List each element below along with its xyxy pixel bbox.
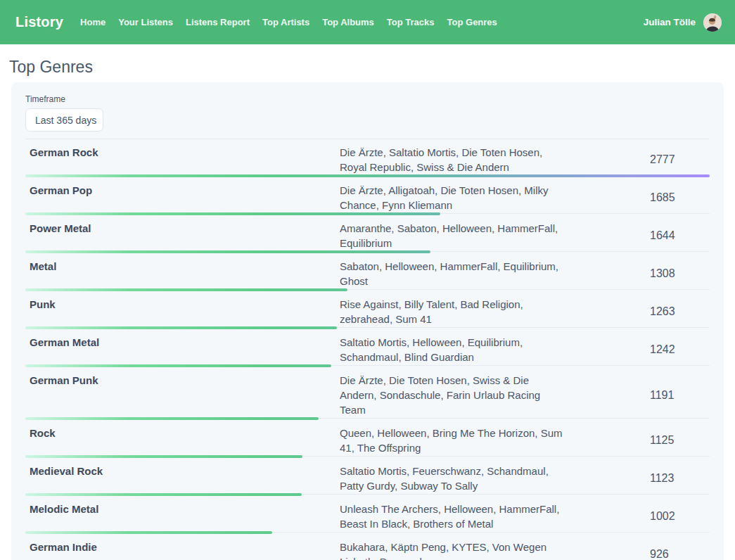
genre-artists: Die Ärzte, Saltatio Mortis, Die Toten Ho… bbox=[340, 145, 563, 174]
genre-artists: Amaranthe, Sabaton, Helloween, HammerFal… bbox=[340, 221, 563, 250]
genre-artists: Unleash The Archers, Helloween, HammerFa… bbox=[340, 502, 563, 531]
genre-bar bbox=[25, 417, 319, 420]
genre-bar-track bbox=[25, 174, 710, 177]
genre-artists: Die Ärzte, Die Toten Hosen, Swiss & Die … bbox=[340, 373, 563, 417]
genre-row-content: German PopDie Ärzte, Alligatoah, Die Tot… bbox=[25, 177, 710, 212]
genre-count: 1308 bbox=[650, 267, 675, 280]
genre-count: 1263 bbox=[650, 305, 675, 318]
genre-row-content: Power MetalAmaranthe, Sabaton, Helloween… bbox=[25, 215, 710, 250]
genre-count: 1644 bbox=[650, 229, 675, 242]
nav-item-top-albums[interactable]: Top Albums bbox=[322, 17, 374, 27]
genre-name: German Indie bbox=[25, 540, 340, 554]
genre-bar-track bbox=[25, 493, 710, 496]
genre-count: 1685 bbox=[650, 191, 675, 204]
genre-count: 1242 bbox=[650, 343, 675, 356]
genre-bar-track bbox=[25, 212, 710, 215]
genre-row-content: PunkRise Against, Billy Talent, Bad Reli… bbox=[25, 291, 710, 326]
genres-table: German RockDie Ärzte, Saltatio Mortis, D… bbox=[25, 139, 710, 560]
genre-row: RockQueen, Helloween, Bring Me The Horiz… bbox=[25, 420, 710, 458]
timeframe-label: Timeframe bbox=[25, 94, 710, 104]
genre-bar bbox=[25, 174, 710, 177]
genre-row: Power MetalAmaranthe, Sabaton, Helloween… bbox=[25, 215, 710, 253]
genre-bar-track bbox=[25, 250, 710, 253]
genre-row: MetalSabaton, Helloween, HammerFall, Equ… bbox=[25, 253, 710, 291]
genre-name: German Rock bbox=[25, 145, 340, 160]
genre-count: 1123 bbox=[650, 472, 674, 485]
user-avatar-icon[interactable] bbox=[703, 13, 722, 32]
genre-name: Punk bbox=[25, 297, 340, 312]
genre-row-content: German PunkDie Ärzte, Die Toten Hosen, S… bbox=[25, 367, 710, 417]
genre-bar-track bbox=[25, 288, 710, 291]
genre-count: 926 bbox=[650, 548, 669, 560]
genre-count: 1191 bbox=[650, 389, 674, 402]
genre-row-content: Melodic MetalUnleash The Archers, Hellow… bbox=[25, 496, 710, 531]
nav-item-top-artists[interactable]: Top Artists bbox=[262, 17, 309, 27]
genre-bar bbox=[25, 326, 337, 329]
genre-artists: Saltatio Mortis, Feuerschwanz, Schandmau… bbox=[340, 464, 563, 493]
app-logo[interactable]: Listory bbox=[15, 14, 63, 30]
genre-name: Rock bbox=[25, 426, 340, 440]
genre-row-content: MetalSabaton, Helloween, HammerFall, Equ… bbox=[25, 253, 710, 288]
genre-bar bbox=[25, 288, 347, 291]
genre-name: German Pop bbox=[25, 183, 340, 198]
main-nav: HomeYour ListensListens ReportTop Artist… bbox=[80, 17, 644, 27]
genre-row-content: RockQueen, Helloween, Bring Me The Horiz… bbox=[25, 420, 710, 455]
genre-bar bbox=[25, 455, 302, 458]
genre-bar bbox=[25, 250, 430, 253]
genre-bar-track bbox=[25, 417, 710, 420]
genre-row-content: German IndieBukahara, Käptn Peng, KYTES,… bbox=[25, 534, 710, 560]
genre-row: German PopDie Ärzte, Alligatoah, Die Tot… bbox=[25, 177, 710, 215]
genre-row: German PunkDie Ärzte, Die Toten Hosen, S… bbox=[25, 367, 710, 420]
genre-bar bbox=[25, 364, 331, 367]
top-genres-card: Timeframe Last 365 days German RockDie Ä… bbox=[11, 82, 724, 560]
genre-name: Power Metal bbox=[25, 221, 340, 236]
genre-artists: Queen, Helloween, Bring Me The Horizon, … bbox=[340, 426, 563, 455]
nav-item-home[interactable]: Home bbox=[80, 17, 106, 27]
genre-artists: Bukahara, Käptn Peng, KYTES, Von Wegen L… bbox=[340, 540, 563, 560]
genre-name: German Punk bbox=[25, 373, 340, 388]
nav-item-listens-report[interactable]: Listens Report bbox=[186, 17, 250, 27]
user-name[interactable]: Julian Tölle bbox=[644, 17, 696, 27]
genre-row-content: German MetalSaltatio Mortis, Helloween, … bbox=[25, 329, 710, 364]
genre-bar bbox=[25, 212, 440, 215]
app-header: Listory HomeYour ListensListens ReportTo… bbox=[0, 0, 735, 44]
genre-artists: Rise Against, Billy Talent, Bad Religion… bbox=[340, 297, 563, 326]
genre-bar bbox=[25, 493, 302, 496]
timeframe-select[interactable]: Last 365 days bbox=[25, 108, 103, 132]
genre-row: German MetalSaltatio Mortis, Helloween, … bbox=[25, 329, 710, 367]
user-area: Julian Tölle bbox=[644, 13, 722, 32]
nav-item-top-genres[interactable]: Top Genres bbox=[447, 17, 497, 27]
genre-row: German RockDie Ärzte, Saltatio Mortis, D… bbox=[25, 139, 710, 177]
genre-row: PunkRise Against, Billy Talent, Bad Reli… bbox=[25, 291, 710, 329]
genre-name: German Metal bbox=[25, 335, 340, 350]
genre-row: German IndieBukahara, Käptn Peng, KYTES,… bbox=[25, 534, 710, 560]
genre-bar-track bbox=[25, 364, 710, 367]
genre-artists: Die Ärzte, Alligatoah, Die Toten Hosen, … bbox=[340, 183, 563, 212]
genre-bar-track bbox=[25, 326, 710, 329]
genre-name: Melodic Metal bbox=[25, 502, 340, 516]
genre-count: 2777 bbox=[650, 153, 675, 166]
genre-count: 1125 bbox=[650, 434, 674, 447]
genre-row-content: Medieval RockSaltatio Mortis, Feuerschwa… bbox=[25, 458, 710, 493]
genre-bar-track bbox=[25, 455, 710, 458]
genre-artists: Sabaton, Helloween, HammerFall, Equilibr… bbox=[340, 259, 563, 288]
genre-row: Medieval RockSaltatio Mortis, Feuerschwa… bbox=[25, 458, 710, 496]
genre-name: Metal bbox=[25, 259, 340, 274]
genre-bar-track bbox=[25, 531, 710, 534]
nav-item-top-tracks[interactable]: Top Tracks bbox=[387, 17, 435, 27]
genre-row: Melodic MetalUnleash The Archers, Hellow… bbox=[25, 496, 710, 534]
nav-item-your-listens[interactable]: Your Listens bbox=[118, 17, 173, 27]
genre-row-content: German RockDie Ärzte, Saltatio Mortis, D… bbox=[25, 139, 710, 174]
genre-bar bbox=[25, 531, 272, 534]
genre-artists: Saltatio Mortis, Helloween, Equilibrium,… bbox=[340, 335, 563, 364]
main-content: Top Genres Timeframe Last 365 days Germa… bbox=[0, 58, 735, 560]
genre-name: Medieval Rock bbox=[25, 464, 340, 478]
genre-count: 1002 bbox=[650, 510, 675, 523]
page-title: Top Genres bbox=[9, 58, 735, 77]
